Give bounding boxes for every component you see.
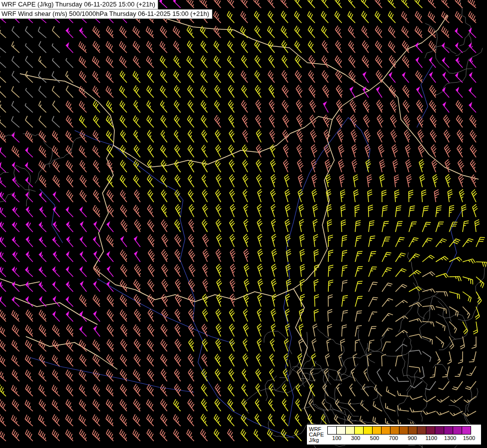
legend-color-cell	[345, 426, 355, 435]
legend-unit-label: J/kg	[309, 438, 324, 443]
legend-color-cell	[399, 426, 408, 435]
legend-color-cell	[390, 426, 399, 435]
legend-scale: 100300500700900110013001500	[327, 426, 479, 444]
legend-color-cell	[336, 426, 346, 435]
legend-color-cell	[327, 426, 337, 435]
legend-tick: 1100	[422, 435, 441, 441]
legend-tick: 500	[365, 435, 384, 441]
title-cape: WRF CAPE (J/kg) Thursday 06-11-2025 15:0…	[0, 0, 158, 9]
legend-tick: 1500	[460, 435, 479, 441]
legend-color-cell	[417, 426, 426, 435]
legend-tick: 1300	[441, 435, 460, 441]
legend-tick: 700	[384, 435, 403, 441]
legend-tick: 900	[403, 435, 422, 441]
legend-color-cell	[408, 426, 417, 435]
legend-color-cell	[426, 426, 435, 435]
legend-tick: 100	[327, 435, 346, 441]
cape-legend: WRF CAPE J/kg 10030050070090011001300150…	[306, 424, 482, 445]
legend-color-cell	[363, 426, 373, 435]
legend-tick: 300	[346, 435, 365, 441]
legend-color-cell	[381, 426, 390, 435]
legend-color-cell	[372, 426, 382, 435]
legend-color-bar	[327, 426, 479, 435]
title-wind-shear: WRF Wind shear (m/s) 500/1000hPa Thursda…	[0, 9, 212, 19]
weather-map-canvas	[0, 0, 487, 448]
map-titles: WRF CAPE (J/kg) Thursday 06-11-2025 15:0…	[0, 0, 212, 19]
legend-color-cell	[435, 426, 444, 435]
legend-tick-labels: 100300500700900110013001500	[327, 435, 479, 441]
legend-color-cell	[444, 426, 453, 435]
legend-color-cell	[453, 426, 462, 435]
legend-color-cell	[354, 426, 364, 435]
weather-map: WRF CAPE (J/kg) Thursday 06-11-2025 15:0…	[0, 0, 487, 448]
legend-color-cell	[462, 426, 471, 435]
legend-labels: WRF CAPE J/kg	[309, 426, 324, 444]
